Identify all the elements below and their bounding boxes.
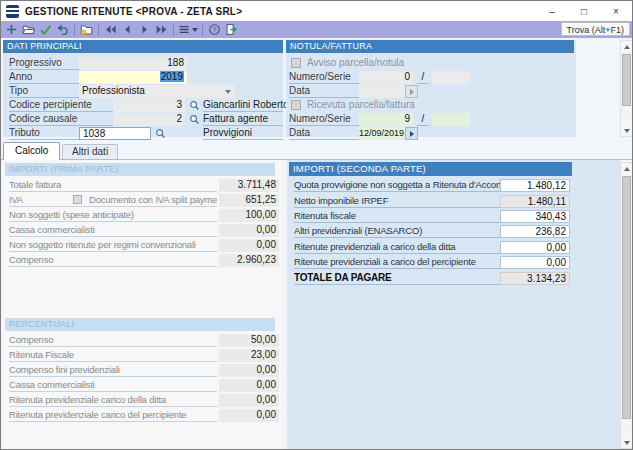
exit-button[interactable] — [223, 22, 240, 37]
progressivo-label: Progressivo — [9, 57, 79, 70]
window-controls: – □ × — [536, 1, 632, 21]
copy-button[interactable] — [78, 22, 95, 37]
toolbar-separator — [202, 23, 203, 36]
scroll-up-button[interactable] — [621, 163, 632, 174]
previous-record-button[interactable] — [119, 22, 136, 37]
next-record-button[interactable] — [136, 22, 153, 37]
field-label: Non soggetti (spese anticipate) — [9, 209, 217, 222]
menu-caret-icon — [192, 28, 198, 32]
field-label: Cassa commercialisti — [9, 224, 217, 237]
tributo-descrizione: Provvigioni — [203, 127, 283, 140]
non-soggetto-regimi-field[interactable]: 0,00 — [219, 239, 279, 252]
close-button[interactable]: × — [600, 1, 632, 21]
data-notula-picker-button[interactable] — [405, 85, 418, 98]
menu-button[interactable] — [177, 22, 199, 37]
avviso-parcella-checkbox[interactable] — [291, 58, 301, 68]
iva-split-payment-checkbox[interactable] — [73, 195, 82, 204]
exit-icon — [225, 23, 238, 36]
perc-compenso-field[interactable]: 50,00 — [219, 334, 279, 347]
perc-previdenziale-percipiente-field[interactable]: 0,00 — [219, 409, 279, 422]
next-record-icon — [138, 23, 151, 36]
last-record-button[interactable] — [153, 22, 170, 37]
totale-fattura-field[interactable]: 3.711,48 — [219, 179, 279, 192]
perc-compenso-previdenziali-field[interactable]: 0,00 — [219, 364, 279, 377]
scroll-up-button[interactable] — [621, 41, 632, 52]
first-record-button[interactable] — [102, 22, 119, 37]
tributo-label: Tributo — [9, 127, 79, 140]
open-button[interactable] — [20, 22, 37, 37]
undo-button[interactable] — [54, 22, 71, 37]
toolbar-separator — [173, 23, 174, 36]
non-soggetti-field[interactable]: 100,00 — [219, 209, 279, 222]
altri-previdenziali-field[interactable]: 236,82 — [500, 225, 570, 238]
codice-percipiente-field[interactable]: 3 — [113, 99, 185, 112]
tab-altri-dati[interactable]: Altri dati — [62, 144, 118, 159]
serie-notula-field[interactable] — [432, 71, 470, 84]
ritenute-previdenziali-percipiente-field[interactable]: 0,00 — [500, 256, 570, 269]
scrollbar-thumb[interactable] — [622, 54, 631, 106]
calcolo-left-pane: IMPORTI (PRIMA PARTE) Totale fattura 3.7… — [3, 160, 282, 449]
field-label: Ritenute previdenziali a carico del perc… — [294, 256, 500, 269]
iva-split-payment-label: Documento con IVA split payment — [89, 194, 217, 206]
tipo-dropdown[interactable]: Professionista — [79, 85, 235, 98]
calcolo-scrollbar[interactable] — [620, 162, 633, 449]
anno-field[interactable]: 2019 — [79, 71, 187, 84]
scroll-down-icon — [624, 129, 630, 133]
causale-descrizione: Fattura agente — [203, 113, 283, 126]
iva-label: IVA — [9, 194, 23, 205]
codice-causale-label: Codice causale — [9, 113, 113, 126]
data-fattura-field[interactable]: 12/09/2019 — [359, 127, 405, 140]
field-label: Non soggetto ritenute per regimi convenz… — [9, 239, 217, 252]
serie-fattura-field[interactable] — [432, 113, 470, 126]
notula-scrollbar[interactable] — [620, 40, 633, 137]
scroll-down-button[interactable] — [621, 125, 632, 136]
ritenute-previdenziali-ditta-field[interactable]: 0,00 — [500, 241, 570, 254]
help-button[interactable]: ? — [206, 22, 223, 37]
codice-causale-field[interactable]: 2 — [113, 113, 185, 126]
totale-da-pagare-field[interactable]: 3.134,23 — [500, 272, 570, 285]
numero-serie-notula-label: Numero/Serie — [289, 71, 359, 84]
progressivo-field[interactable]: 188 — [79, 57, 187, 70]
folder-badge-icon — [80, 23, 93, 36]
last-record-icon — [155, 23, 168, 36]
lookup-magnifier-icon[interactable] — [189, 114, 200, 125]
notula-fattura-section: NOTULA/FATTURA Avviso parcella/notula Nu… — [286, 40, 576, 137]
ricevuta-parcella-checkbox[interactable] — [291, 100, 301, 110]
svg-text:?: ? — [213, 26, 217, 33]
field-label: Compenso fini previdenziali — [9, 364, 217, 377]
tab-calcolo[interactable]: Calcolo — [3, 142, 60, 160]
perc-previdenziale-ditta-field[interactable]: 0,00 — [219, 394, 279, 407]
importi-prima-parte-header: IMPORTI (PRIMA PARTE) — [5, 163, 275, 176]
confirm-button[interactable] — [37, 22, 54, 37]
numero-fattura-field[interactable]: 9 — [359, 113, 413, 126]
compenso-field[interactable]: 2.960,23 — [219, 254, 279, 267]
ritenuta-fiscale-field[interactable]: 340,43 — [500, 210, 570, 223]
tributo-field[interactable]: 1038 — [79, 127, 151, 140]
field-label: Quota provvigione non soggetta a Ritenut… — [294, 179, 500, 192]
window-title: GESTIONE RITENUTE <PROVA - ZETA SRL> — [25, 6, 242, 17]
percipiente-descrizione: Giancarlini Roberto — [203, 99, 283, 112]
quota-provvigione-field[interactable]: 1.480,12 — [500, 179, 570, 192]
netto-imponibile-field[interactable]: 1.480,11 — [500, 195, 570, 208]
scroll-down-button[interactable] — [621, 437, 632, 448]
numero-notula-field[interactable]: 0 — [359, 71, 413, 84]
scroll-up-icon — [624, 45, 630, 49]
field-label: Ritenute previdenziali a carico della di… — [294, 241, 500, 254]
perc-cassa-commercialisti-field[interactable]: 0,00 — [219, 379, 279, 392]
lookup-magnifier-icon[interactable] — [155, 128, 166, 139]
data-notula-field[interactable] — [359, 85, 405, 98]
data-fattura-picker-button[interactable] — [405, 127, 418, 140]
new-record-button[interactable] — [3, 22, 20, 37]
lookup-magnifier-icon[interactable] — [189, 100, 200, 111]
cassa-commercialisti-field[interactable]: 0,00 — [219, 224, 279, 237]
field-label: Totale fattura — [9, 179, 217, 192]
maximize-button[interactable]: □ — [568, 1, 600, 21]
perc-ritenuta-fiscale-field[interactable]: 23,00 — [219, 349, 279, 362]
scrollbar-thumb[interactable] — [622, 176, 631, 419]
first-record-icon — [104, 23, 117, 36]
calcolo-right-pane: IMPORTI (SECONDA PARTE) Quota provvigion… — [287, 160, 620, 449]
minimize-button[interactable]: – — [536, 1, 568, 21]
title-bar: GESTIONE RITENUTE <PROVA - ZETA SRL> – □… — [1, 1, 632, 21]
dropdown-arrow-icon — [225, 90, 231, 94]
iva-field[interactable]: 651,25 — [219, 194, 279, 207]
